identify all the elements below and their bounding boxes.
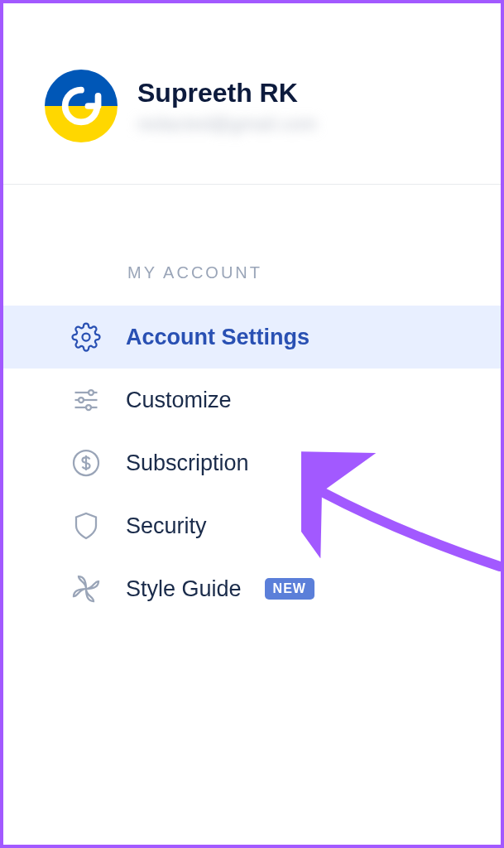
menu-label: Style Guide xyxy=(126,576,242,602)
avatar[interactable] xyxy=(45,70,118,142)
svg-point-4 xyxy=(79,398,84,402)
svg-point-0 xyxy=(83,334,90,341)
profile-email: redacted@gmail.com xyxy=(137,113,317,135)
svg-point-6 xyxy=(86,405,91,410)
shield-icon xyxy=(70,509,103,542)
gear-icon xyxy=(70,320,103,354)
menu-item-account-settings[interactable]: Account Settings xyxy=(3,306,501,369)
svg-point-2 xyxy=(89,390,94,395)
menu-label: Subscription xyxy=(126,450,249,476)
dollar-icon xyxy=(70,446,103,479)
pinwheel-icon xyxy=(70,572,103,605)
menu-label: Security xyxy=(126,513,207,539)
menu-item-customize[interactable]: Customize xyxy=(3,369,501,431)
grammarly-logo-icon xyxy=(57,82,105,130)
divider xyxy=(3,184,501,185)
profile-header: Supreeth RK redacted@gmail.com xyxy=(36,36,468,184)
menu-item-security[interactable]: Security xyxy=(3,494,501,557)
sliders-icon xyxy=(70,383,103,417)
menu-label: Account Settings xyxy=(126,325,310,350)
menu-item-subscription[interactable]: Subscription xyxy=(3,431,501,494)
sidebar-menu: Account Settings Customize xyxy=(3,306,501,620)
menu-item-style-guide[interactable]: Style Guide NEW xyxy=(3,557,501,620)
section-header: MY ACCOUNT xyxy=(127,263,468,282)
new-badge: NEW xyxy=(265,578,314,600)
menu-label: Customize xyxy=(126,388,232,413)
profile-name: Supreeth RK xyxy=(137,78,317,108)
